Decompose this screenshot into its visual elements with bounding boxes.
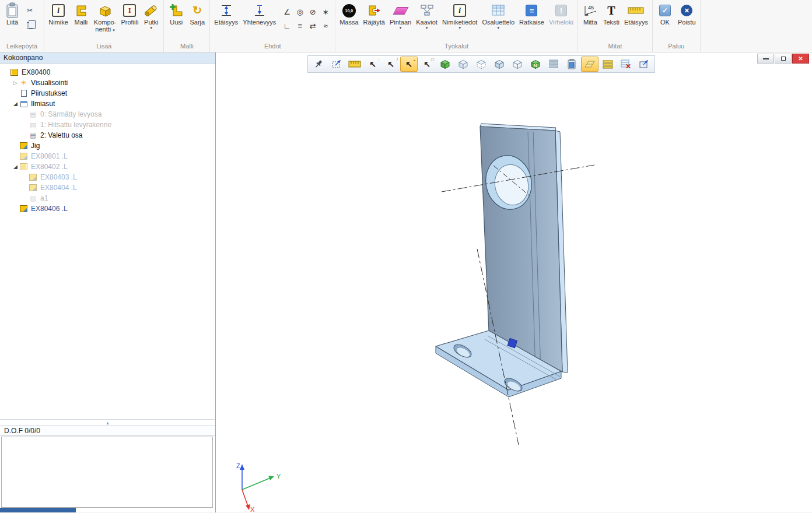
copy-button[interactable]: [23, 20, 37, 31]
shaded-view-button[interactable]: [436, 57, 454, 72]
tree-item-ex80402[interactable]: ◢ EX80402 .L: [0, 161, 215, 172]
angle-icon: ∠: [284, 8, 290, 16]
symmetry-icon: ∗: [323, 8, 329, 16]
viewport-3d[interactable]: Z Y X ↖· ↖/: [216, 52, 812, 512]
coincidence-constraint-button[interactable]: Yhtenevyys: [240, 0, 278, 26]
hidden-line-view-button[interactable]: [473, 57, 490, 72]
panel-collapse-handle[interactable]: ▴: [0, 419, 215, 426]
component-icon: [98, 2, 113, 19]
component-button[interactable]: Kompo- nentti ▾: [92, 0, 119, 33]
transparent-view-button[interactable]: [509, 57, 526, 72]
error-log-button[interactable]: ! Virheloki: [547, 0, 576, 26]
group-label-model: Malli: [166, 42, 208, 52]
copy-icon: [27, 22, 33, 29]
assembly-icon: [10, 69, 19, 76]
ribbon-group-tools: 10,0 Massa Räjäytä Pintaan ▾ Kaaviot ▾: [335, 0, 578, 52]
angle-constraint-button[interactable]: ∠: [281, 5, 293, 19]
smooth-constraint-button[interactable]: ≈: [319, 19, 332, 33]
measure-button[interactable]: 45 Mitta: [580, 0, 601, 26]
group-label-constraints: Ehdot: [212, 42, 333, 52]
tangent-constraint-button[interactable]: ⊘: [306, 5, 319, 19]
tree-item-ex80801[interactable]: EX80801 .L: [0, 151, 215, 161]
wireframe-view-button[interactable]: [454, 57, 472, 72]
tangent-icon: ⊘: [310, 8, 316, 16]
tree-item-hitsattu-levyrakenne[interactable]: ▤ 1: Hitsattu levyrakenne: [0, 120, 215, 130]
dropdown-caret-icon: ▾: [459, 26, 461, 30]
perpendicular-constraint-button[interactable]: ∟: [281, 19, 293, 33]
copy-view-button[interactable]: [563, 57, 580, 72]
tree-item-ilmiasut[interactable]: ◢ Ilmiasut: [0, 99, 215, 109]
ok-button[interactable]: ✓ OK: [654, 0, 676, 26]
text-button[interactable]: T Teksti: [601, 0, 622, 26]
tree-item-sarmatty-levyosa[interactable]: ▤ 0: Särmätty levyosa: [0, 109, 215, 120]
swap-icon: ⇄: [310, 22, 316, 30]
named-state-button[interactable]: N: [527, 57, 544, 72]
smooth-icon: ≈: [324, 22, 328, 30]
model-canvas[interactable]: Z Y X: [216, 52, 812, 512]
mass-button[interactable]: 10,0 Massa: [337, 0, 360, 26]
pipe-button[interactable]: Putki ▾: [141, 0, 162, 30]
fit-view-button[interactable]: [328, 57, 345, 72]
configurations-icon: [19, 100, 28, 108]
select-edge-button[interactable]: ↖/: [382, 57, 400, 72]
part-icon: [29, 184, 37, 192]
tree-item-a1[interactable]: ▨ a1: [0, 193, 215, 203]
select-window-button[interactable]: ↖□: [418, 57, 436, 72]
item-button[interactable]: i Nimike: [46, 0, 71, 26]
series-button[interactable]: ↻ Sarja: [187, 0, 208, 26]
parts-list-button[interactable]: Osaluettelo ▾: [480, 0, 517, 30]
tree-item-piirustukset[interactable]: Piirustukset: [0, 88, 215, 99]
measure-tool-button[interactable]: [346, 57, 363, 72]
tree-item-ex80406[interactable]: EX80406 .L: [0, 203, 215, 214]
expander-expanded-icon[interactable]: ◢: [12, 164, 19, 170]
cursor-icon: ↖: [387, 60, 394, 68]
snap-point-button[interactable]: ↖·: [364, 57, 382, 72]
tree-item-ex80404[interactable]: EX80404 .L: [0, 182, 215, 193]
svg-text:45: 45: [588, 5, 594, 10]
swap-constraint-button[interactable]: ⇄: [306, 19, 319, 33]
to-surface-button[interactable]: Pintaan ▾: [387, 0, 414, 30]
tree-item-jig[interactable]: Jig: [0, 140, 215, 151]
drawing-sheets-button[interactable]: [599, 57, 617, 72]
tree-item-visualisointi[interactable]: ▷ ☀ Visualisointi: [0, 78, 215, 88]
concentric-constraint-button[interactable]: ◎: [293, 5, 306, 19]
model-button[interactable]: Malli: [71, 0, 92, 26]
dropdown-caret-icon: ▾: [150, 26, 153, 30]
diagrams-icon: [420, 2, 434, 19]
tree-item-valettu-osa[interactable]: ▤ 2: Valettu osa: [0, 130, 215, 140]
distance-measure-button[interactable]: Etäisyys: [622, 0, 650, 26]
delete-view-button[interactable]: ✕: [617, 57, 635, 72]
hidden-line-cube-icon: [475, 58, 487, 70]
feature-list-button[interactable]: [545, 57, 562, 72]
export-view-button[interactable]: [635, 57, 653, 72]
exit-icon: ✕: [681, 5, 692, 16]
explode-icon: [367, 2, 381, 19]
cut-button[interactable]: ✂: [23, 5, 37, 16]
profile-button[interactable]: I Profiili: [118, 0, 141, 26]
diagrams-button[interactable]: Kaaviot ▾: [414, 0, 440, 30]
distance-constraint-button[interactable]: Etäisyys: [212, 0, 240, 26]
new-button[interactable]: Uusi: [166, 0, 187, 26]
shaded-edges-view-button[interactable]: [491, 57, 508, 72]
close-button[interactable]: ✕: [792, 54, 809, 64]
parallel-constraint-button[interactable]: ≡: [293, 19, 306, 33]
minimize-button[interactable]: [757, 54, 774, 64]
sketch-plane-button[interactable]: [581, 57, 598, 72]
item-data-button[interactable]: i Nimiketiedot ▾: [440, 0, 480, 30]
coordinate-triad: Z Y X: [236, 462, 281, 512]
tree-item-ex80403[interactable]: EX80403 .L: [0, 172, 215, 182]
expander-expanded-icon[interactable]: ◢: [12, 101, 19, 107]
tree-item-ex80400[interactable]: EX80400: [0, 67, 215, 78]
exit-button[interactable]: ✕ Poistu: [676, 0, 698, 26]
shaded-edges-cube-icon: [494, 58, 505, 70]
expander-collapsed-icon[interactable]: ▷: [12, 80, 19, 86]
dropdown-caret-icon: ▾: [400, 26, 402, 30]
restore-button[interactable]: [775, 54, 792, 64]
solve-button[interactable]: = Ratkaise: [517, 0, 547, 26]
pin-button[interactable]: [310, 57, 327, 72]
symmetry-constraint-button[interactable]: ∗: [319, 5, 332, 19]
explode-button[interactable]: Räjäytä: [361, 0, 387, 26]
cursor-icon: ↖: [405, 60, 412, 68]
select-face-button[interactable]: ↖▪: [400, 57, 418, 72]
paste-button[interactable]: Liitä: [2, 0, 23, 26]
